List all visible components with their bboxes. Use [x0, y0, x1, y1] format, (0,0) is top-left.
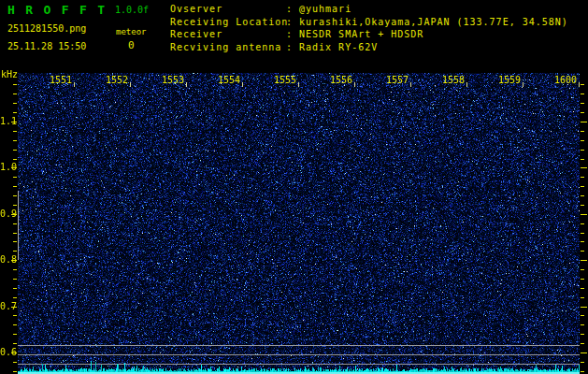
freq-minor-tick-left — [13, 112, 17, 113]
freq-minor-tick-right — [581, 84, 584, 85]
time-tick — [354, 82, 355, 87]
freq-minor-tick-left — [13, 251, 17, 252]
freq-minor-tick-right — [581, 140, 584, 141]
meteor-count: 0 — [128, 39, 135, 51]
freq-major-tick-left — [11, 214, 17, 215]
app-version: 1.0.0f — [115, 5, 149, 15]
hrofft-screen: H R O F F T 1.0.0f 2511281550.png meteor… — [0, 0, 588, 374]
freq-minor-tick-right — [581, 279, 584, 280]
freq-major-tick-left — [11, 260, 17, 261]
freq-minor-tick-left — [13, 241, 17, 242]
freq-major-tick-left — [11, 352, 17, 353]
station-line: Ovserver:@yuhmari — [170, 3, 568, 16]
freq-minor-tick-left — [13, 140, 17, 141]
freq-minor-tick-left — [13, 233, 17, 234]
capture-datetime: 25.11.28 15:50 — [7, 41, 86, 51]
time-label: 1558 — [442, 75, 465, 85]
spectrogram-canvas — [18, 73, 580, 374]
station-field-value: @yuhmari — [299, 4, 351, 14]
freq-minor-tick-right — [581, 233, 584, 234]
capture-filename: 2511281550.png — [7, 23, 86, 34]
freq-major-tick-right — [581, 214, 587, 215]
station-field-value: kurashiki,Okayama,JAPAN (133.77E, 34.58N… — [299, 17, 568, 27]
freq-minor-tick-left — [13, 195, 17, 196]
freq-minor-tick-right — [581, 112, 584, 113]
freq-major-tick-right — [581, 307, 587, 308]
freq-minor-tick-right — [581, 223, 584, 224]
time-tick — [410, 82, 411, 87]
freq-minor-tick-left — [13, 205, 17, 206]
station-line: Recviving antenna:Radix RY-62V — [170, 41, 568, 54]
freq-minor-tick-left — [13, 84, 17, 85]
freq-minor-tick-left — [13, 288, 17, 289]
freq-minor-tick-right — [581, 205, 584, 206]
freq-minor-tick-right — [581, 131, 584, 132]
freq-major-tick-right — [581, 167, 587, 168]
freq-minor-tick-right — [581, 94, 584, 94]
time-label: 1553 — [162, 75, 184, 85]
freq-minor-tick-left — [13, 94, 17, 94]
time-tick — [466, 82, 467, 87]
freq-minor-tick-left — [13, 131, 17, 132]
freq-major-tick-left — [11, 167, 17, 168]
freq-minor-tick-right — [581, 362, 584, 363]
freq-minor-tick-left — [13, 324, 17, 325]
freq-minor-tick-left — [13, 334, 17, 335]
freq-minor-tick-right — [581, 177, 584, 178]
freq-minor-tick-right — [581, 315, 584, 316]
station-line: Receiving Location:kurashiki,Okayama,JAP… — [170, 16, 568, 29]
time-label: 1551 — [50, 75, 72, 85]
freq-minor-tick-right — [581, 150, 584, 151]
freq-minor-tick-left — [13, 371, 17, 372]
station-field-colon: : — [286, 3, 299, 16]
time-label: 1554 — [218, 75, 240, 85]
freq-minor-tick-right — [581, 186, 584, 187]
time-tick — [186, 82, 187, 87]
app-title: H R O F F T — [7, 3, 107, 17]
station-field-colon: : — [286, 41, 299, 54]
station-field-value: NESDR SMArt + HDSDR — [299, 29, 423, 39]
freq-minor-tick-right — [581, 103, 584, 104]
time-tick — [523, 82, 523, 87]
freq-minor-tick-right — [581, 371, 584, 372]
freq-minor-tick-left — [13, 159, 17, 160]
time-label: 1600 — [554, 75, 577, 85]
freq-minor-tick-right — [581, 334, 584, 335]
freq-minor-tick-left — [13, 315, 17, 316]
freq-minor-tick-left — [13, 186, 17, 187]
time-tick — [298, 82, 299, 87]
freq-minor-tick-left — [13, 279, 17, 280]
station-field-label: Ovserver — [170, 3, 286, 16]
mode-label: meteor — [116, 27, 147, 36]
freq-minor-tick-right — [581, 241, 584, 242]
station-field-label: Receiver — [170, 28, 286, 41]
freq-major-tick-left — [11, 307, 17, 308]
freq-minor-tick-left — [13, 343, 17, 344]
freq-minor-tick-left — [13, 150, 17, 151]
time-tick — [74, 82, 75, 87]
freq-minor-tick-left — [13, 177, 17, 178]
freq-minor-tick-right — [581, 288, 584, 289]
freq-minor-tick-left — [13, 103, 17, 104]
freq-major-tick-right — [581, 122, 587, 122]
station-line: Receiver:NESDR SMArt + HDSDR — [170, 28, 568, 41]
time-label: 1552 — [106, 75, 128, 85]
freq-major-tick-right — [581, 260, 587, 261]
freq-minor-tick-left — [13, 297, 17, 298]
station-field-colon: : — [286, 16, 299, 29]
freq-minor-tick-right — [581, 159, 584, 160]
time-tick — [242, 82, 243, 87]
station-field-colon: : — [286, 28, 299, 41]
time-label: 1556 — [330, 75, 352, 85]
freq-minor-tick-left — [13, 269, 17, 270]
station-field-label: Receiving Location — [170, 16, 286, 29]
freq-minor-tick-left — [13, 362, 17, 363]
freq-axis-unit: kHz — [1, 69, 18, 79]
freq-minor-tick-right — [581, 251, 584, 252]
time-label: 1557 — [386, 75, 409, 85]
time-label: 1555 — [274, 75, 296, 85]
time-tick — [130, 82, 131, 87]
station-field-label: Recviving antenna — [170, 41, 286, 54]
freq-minor-tick-right — [581, 297, 584, 298]
freq-major-tick-right — [581, 352, 587, 353]
